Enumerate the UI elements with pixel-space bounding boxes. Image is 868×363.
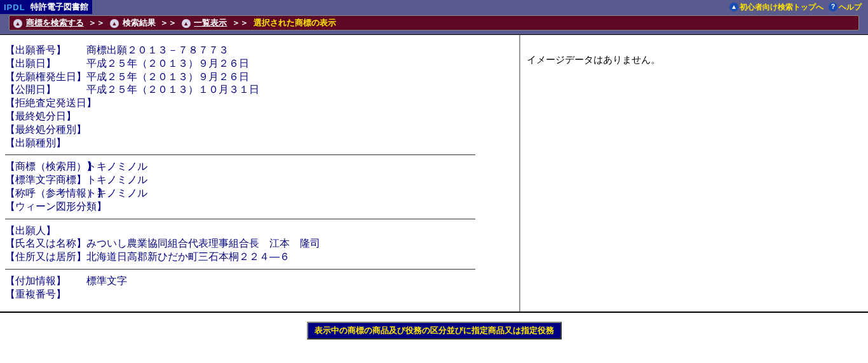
breadcrumb-wrap: ▲ 商標を検索する ＞＞ ▲ 検索結果 ＞＞ ▲ 一覧表示 ＞＞ 選択された商標…: [0, 14, 868, 34]
breadcrumb-sep: ＞＞: [88, 18, 105, 27]
brand-badge: IPDL 特許電子図書館: [0, 0, 92, 14]
main-content: 【出願番号】商標出願２０１３－７８７７３ 【出願日】平成２５年（２０１３）９月２…: [0, 34, 868, 313]
top-links: ▲初心者向け検索トップへ ?ヘルプ: [729, 0, 868, 14]
brand-abbr: IPDL: [4, 3, 25, 12]
breadcrumb-results: 検索結果: [123, 18, 156, 27]
appnum-value: 商標出願２０１３－７８７７３: [86, 44, 229, 57]
goods-services-button[interactable]: 表示中の商標の商品及び役務の区分並びに指定商品又は指定役務: [307, 322, 562, 339]
divider: [5, 154, 475, 155]
detail-pane[interactable]: 【出願番号】商標出願２０１３－７８７７３ 【出願日】平成２５年（２０１３）９月２…: [0, 35, 520, 312]
breadcrumb: ▲ 商標を検索する ＞＞ ▲ 検索結果 ＞＞ ▲ 一覧表示 ＞＞ 選択された商標…: [9, 15, 859, 31]
priordate-label: 【先願権発生日】: [5, 71, 86, 84]
divider: [5, 219, 475, 219]
applicant-label: 【出願人】: [5, 224, 86, 238]
breadcrumb-list[interactable]: 一覧表示: [194, 18, 227, 27]
addr-label: 【住所又は居所】: [5, 250, 86, 264]
vienna-label: 【ウィーン図形分類】: [5, 200, 86, 214]
nav-icon: ▲: [110, 19, 119, 28]
breadcrumb-current: 選択された商標の表示: [254, 18, 336, 27]
top-bar: IPDL 特許電子図書館 ▲初心者向け検索トップへ ?ヘルプ: [0, 0, 868, 14]
addr-value: 北海道日高郡新ひだか町三石本桐２２４―６: [86, 250, 290, 264]
appdate-label: 【出願日】: [5, 57, 86, 71]
brand-title: 特許電子図書館: [31, 1, 88, 13]
rejsend-label: 【拒絶査定発送日】: [5, 97, 86, 110]
divider: [5, 269, 475, 270]
no-image-message: イメージデータはありません。: [527, 54, 862, 66]
call-label: 【称呼（参考情報）】: [5, 187, 86, 200]
appdate-value: 平成２５年（２０１３）９月２６日: [86, 57, 249, 71]
nav-icon: ▲: [13, 19, 22, 28]
image-pane: イメージデータはありません。: [520, 35, 868, 312]
search-tm-label: 【商標（検索用）】: [5, 160, 86, 174]
up-arrow-icon: ▲: [729, 3, 738, 11]
pubdate-value: 平成２５年（２０１３）１０月３１日: [86, 83, 259, 97]
dupnum-label: 【重複番号】: [5, 288, 86, 301]
breadcrumb-search[interactable]: 商標を検索する: [26, 18, 84, 27]
nav-icon: ▲: [182, 19, 191, 28]
question-icon: ?: [829, 3, 837, 11]
apptype-label: 【出願種別】: [5, 137, 86, 150]
pubdate-label: 【公開日】: [5, 83, 86, 97]
addinfo-label: 【付加情報】: [5, 275, 86, 288]
priordate-value: 平成２５年（２０１３）９月２６日: [86, 71, 249, 84]
call-value: トキノミノル: [86, 187, 147, 200]
footer: 表示中の商標の商品及び役務の区分並びに指定商品又は指定役務: [0, 313, 868, 352]
name-value: みついし農業協同組合代表理事組合長 江本 隆司: [86, 237, 320, 250]
name-label: 【氏名又は名称】: [5, 237, 86, 250]
beginner-search-link[interactable]: ▲初心者向け検索トップへ: [729, 2, 824, 13]
finaldate-label: 【最終処分日】: [5, 110, 86, 123]
std-tm-value: トキノミノル: [86, 174, 147, 187]
help-link[interactable]: ?ヘルプ: [829, 2, 862, 13]
addinfo-value: 標準文字: [86, 275, 127, 288]
finaltype-label: 【最終処分種別】: [5, 123, 86, 137]
search-tm-value: トキノミノル: [86, 160, 147, 174]
breadcrumb-sep: ＞＞: [160, 18, 177, 27]
std-tm-label: 【標準文字商標】: [5, 174, 86, 187]
breadcrumb-sep: ＞＞: [232, 18, 248, 27]
appnum-label: 【出願番号】: [5, 44, 86, 57]
